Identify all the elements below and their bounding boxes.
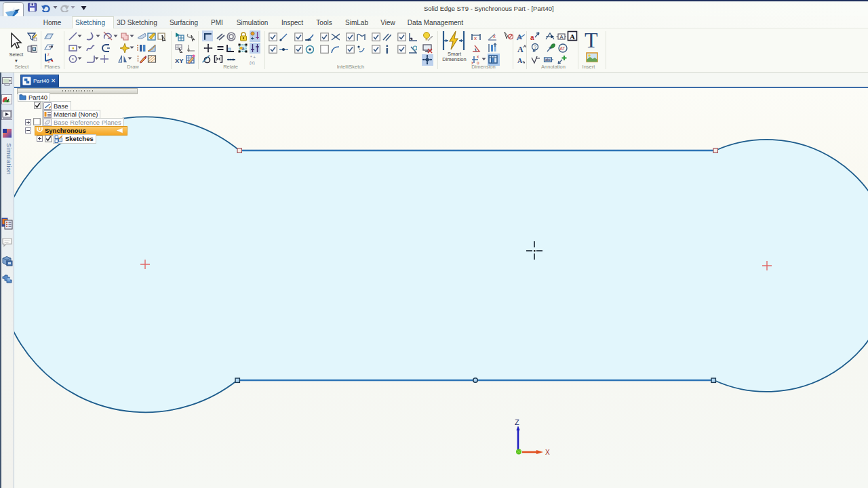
svg-text:X: X	[545, 449, 550, 456]
svg-text:x: x	[474, 35, 477, 41]
svg-text:x: x	[48, 60, 50, 63]
svg-text:* +: * +	[250, 55, 256, 60]
svg-text:x: x	[477, 54, 479, 59]
svg-text:A: A	[517, 57, 523, 64]
svg-text:T: T	[585, 30, 598, 50]
svg-text:abc: abc	[545, 58, 551, 62]
svg-text:A: A	[517, 45, 524, 54]
svg-text:x: x	[493, 33, 496, 39]
svg-text:a: a	[242, 46, 245, 51]
svg-text:Z: Z	[515, 418, 519, 426]
svg-text:z: z	[47, 52, 50, 56]
svg-text:A: A	[570, 33, 575, 41]
svg-text:A: A	[560, 34, 564, 40]
svg-text:a: a	[530, 34, 534, 41]
svg-text:XY: XY	[175, 57, 184, 63]
svg-text:AT: AT	[559, 46, 565, 51]
svg-text:?: ?	[534, 45, 536, 49]
svg-text:(x): (x)	[250, 60, 255, 66]
